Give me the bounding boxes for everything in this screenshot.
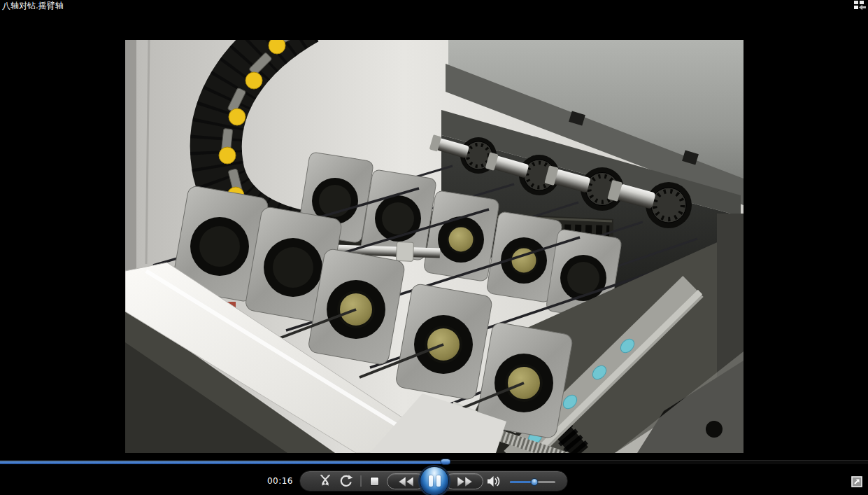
seek-thumb[interactable] [440,459,450,465]
elapsed-time: 00:16 [266,476,293,486]
volume-slider[interactable] [510,480,555,484]
video-title: 八轴对钻.摇臂轴 [2,1,64,11]
volume-thumb[interactable] [531,478,539,486]
fast-forward-button[interactable] [445,473,483,489]
pause-icon [429,475,433,487]
fullscreen-button[interactable] [851,475,863,488]
switch-to-library-icon [852,0,867,12]
seek-track [0,460,868,464]
video-still-frame [125,40,744,453]
switch-to-library-button[interactable] [852,0,867,12]
seek-progress [0,461,446,464]
repeat-button[interactable] [339,474,353,488]
controls-divider [360,475,362,487]
fullscreen-icon [851,475,863,488]
shuffle-button[interactable] [318,474,333,488]
video-display[interactable] [125,40,744,453]
stop-icon [370,477,379,486]
fast-forward-icon [456,476,473,487]
media-player-window: { "header": { "title": "八轴对钻.摇臂轴" }, "vi… [0,0,868,495]
pause-button[interactable] [420,466,449,495]
stop-button[interactable] [369,476,380,487]
repeat-icon [339,474,353,488]
mute-button[interactable] [487,475,501,487]
seek-bar[interactable] [0,459,868,466]
rewind-icon [398,476,415,487]
volume-icon [487,475,501,487]
shuffle-icon [318,474,333,488]
